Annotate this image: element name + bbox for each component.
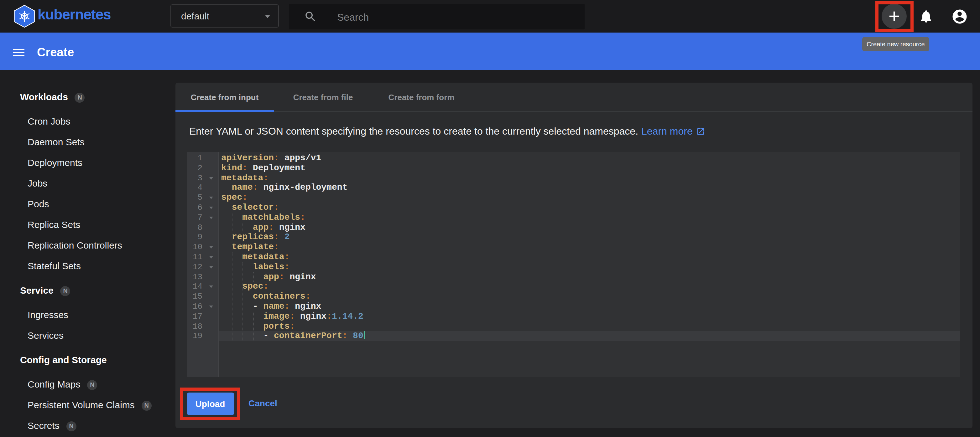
line-number: 7 <box>187 213 218 223</box>
page-title: Create <box>37 46 74 60</box>
sidebar-item-label: Pods <box>27 198 49 209</box>
sidebar-item-replication-controllers[interactable]: Replication Controllers <box>0 235 175 255</box>
section-label: Service <box>20 285 54 296</box>
sidebar-item-cron-jobs[interactable]: Cron Jobs <box>0 111 175 131</box>
sidebar-items: Config MapsNPersistent Volume ClaimsNSec… <box>0 374 175 436</box>
fold-arrow-icon[interactable] <box>209 286 213 288</box>
sidebar-item-daemon-sets[interactable]: Daemon Sets <box>0 131 175 152</box>
sidebar-item-secrets[interactable]: SecretsN <box>0 415 175 436</box>
fold-arrow-icon[interactable] <box>209 256 213 258</box>
learn-more-label: Learn more <box>641 126 693 136</box>
notifications-button[interactable] <box>913 4 939 29</box>
tab-label: Create from file <box>293 92 353 102</box>
sidebar-item-deployments[interactable]: Deployments <box>0 152 175 173</box>
sidebar-item-label: Persistent Volume Claims <box>27 399 135 410</box>
user-menu-button[interactable] <box>947 4 972 29</box>
intro-sentence: Enter YAML or JSON content specifying th… <box>189 126 638 136</box>
line-number: 19 <box>187 331 218 342</box>
fold-arrow-icon[interactable] <box>209 217 213 219</box>
fold-arrow-icon[interactable] <box>209 177 213 179</box>
tab-bar: Create from inputCreate from fileCreate … <box>175 82 972 112</box>
code-line: metadata: <box>219 173 960 183</box>
annotation-box-upload <box>180 388 240 420</box>
menu-icon[interactable] <box>13 49 24 56</box>
line-number: 6 <box>187 203 218 213</box>
sidebar-item-ingresses[interactable]: Ingresses <box>0 304 175 325</box>
line-number: 11 <box>187 252 218 262</box>
sidebar-item-persistent-volume-claims[interactable]: Persistent Volume ClaimsN <box>0 394 175 415</box>
line-number: 4 <box>187 183 218 193</box>
sidebar-item-stateful-sets[interactable]: Stateful Sets <box>0 255 175 276</box>
sidebar-section: WorkloadsNCron JobsDaemon SetsDeployment… <box>0 86 175 276</box>
sidebar-item-pods[interactable]: Pods <box>0 193 175 214</box>
kubernetes-logo-icon[interactable] <box>13 5 36 27</box>
line-number: 5 <box>187 193 218 203</box>
line-number: 12 <box>187 262 218 272</box>
line-number: 1 <box>187 154 218 163</box>
sidebar-item-label: Stateful Sets <box>27 260 81 271</box>
app-bar: Create <box>0 33 980 70</box>
code-line: selector: <box>219 203 960 213</box>
namespace-value: default <box>181 5 209 27</box>
brand-title[interactable]: kubernetes <box>38 6 111 23</box>
tab-label: Create from input <box>191 92 259 102</box>
tab-create-from-form[interactable]: Create from form <box>372 82 471 111</box>
new-badge: N <box>75 93 85 103</box>
sidebar-item-label: Cron Jobs <box>27 116 70 127</box>
sidebar-item-label: Replica Sets <box>27 219 80 230</box>
account-icon <box>951 8 968 25</box>
section-label: Workloads <box>20 92 68 102</box>
sidebar-items: Cron JobsDaemon SetsDeploymentsJobsPodsR… <box>0 111 175 276</box>
fold-arrow-icon[interactable] <box>209 246 213 249</box>
fold-arrow-icon[interactable] <box>209 207 213 209</box>
code-line: labels: <box>219 262 960 272</box>
sidebar-section: Config and StorageConfig MapsNPersistent… <box>0 349 175 436</box>
code-line: - containerPort: 80 <box>219 331 960 342</box>
sidebar-item-config-maps[interactable]: Config MapsN <box>0 374 175 394</box>
line-number: 3 <box>187 173 218 183</box>
code-line: replicas: 2 <box>219 233 960 242</box>
code-line: metadata: <box>219 252 960 262</box>
search-box <box>289 4 585 29</box>
top-bar: kubernetes default <box>0 0 980 33</box>
sidebar-item-jobs[interactable]: Jobs <box>0 173 175 193</box>
code-line: kind: Deployment <box>219 163 960 173</box>
annotation-box-create <box>875 1 913 32</box>
new-badge: N <box>142 401 152 411</box>
yaml-editor[interactable]: 12345678910111213141516171819 apiVersion… <box>187 152 960 377</box>
fold-arrow-icon[interactable] <box>209 266 213 269</box>
line-number: 15 <box>187 292 218 302</box>
line-number: 18 <box>187 321 218 331</box>
sidebar-section-config-and-storage: Config and Storage <box>0 349 175 370</box>
line-number: 13 <box>187 272 218 282</box>
new-badge: N <box>87 380 97 390</box>
tab-create-from-file[interactable]: Create from file <box>274 82 372 111</box>
code-line: name: nginx-deployment <box>219 183 960 193</box>
sidebar-item-label: Services <box>27 330 64 340</box>
create-tooltip: Create new resource <box>862 37 929 51</box>
code-line: app: nginx <box>219 223 960 233</box>
fold-arrow-icon[interactable] <box>209 306 213 308</box>
learn-more-link[interactable]: Learn more <box>641 126 705 136</box>
fold-arrow-icon[interactable] <box>209 196 213 199</box>
sidebar-item-replica-sets[interactable]: Replica Sets <box>0 214 175 235</box>
code-line: template: <box>219 242 960 252</box>
editor-gutter: 12345678910111213141516171819 <box>187 152 219 377</box>
tab-create-from-input[interactable]: Create from input <box>175 82 274 111</box>
namespace-select[interactable]: default <box>170 5 279 27</box>
editor-code[interactable]: apiVersion: apps/v1kind: Deploymentmetad… <box>219 152 960 377</box>
sidebar: WorkloadsNCron JobsDaemon SetsDeployment… <box>0 70 175 437</box>
sidebar-items: IngressesServices <box>0 304 175 345</box>
code-line: app: nginx <box>219 272 960 282</box>
sidebar-section-workloads: WorkloadsN <box>0 86 175 107</box>
search-input[interactable] <box>336 4 576 31</box>
chevron-down-icon <box>265 15 270 18</box>
line-number: 14 <box>187 282 218 292</box>
bell-icon <box>919 9 934 24</box>
section-label: Config and Storage <box>20 355 107 365</box>
sidebar-item-label: Replication Controllers <box>27 240 122 250</box>
sidebar-item-services[interactable]: Services <box>0 325 175 345</box>
cancel-button[interactable]: Cancel <box>248 396 277 411</box>
search-icon <box>304 10 317 23</box>
code-line: containers: <box>219 292 960 302</box>
